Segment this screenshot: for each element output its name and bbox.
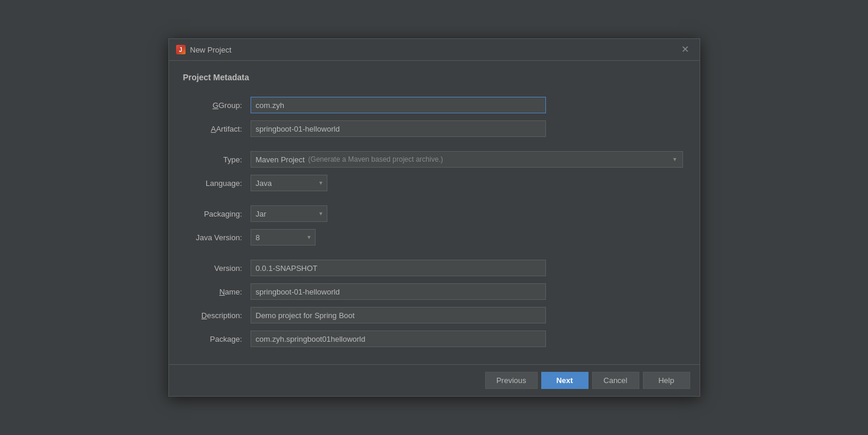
new-project-dialog: J New Project ✕ Project Metadata GGroup:… <box>168 38 700 397</box>
language-select-wrapper: Java <box>251 175 327 191</box>
description-label: Description: <box>183 305 248 325</box>
cancel-button[interactable]: Cancel <box>592 372 639 389</box>
java-version-label: Java Version: <box>183 227 248 247</box>
help-button[interactable]: Help <box>643 372 690 389</box>
type-row: Type: Maven Project (Generate a Maven ba… <box>183 149 685 169</box>
type-desc-text: (Generate a Maven based project archive.… <box>308 155 443 163</box>
group-input[interactable] <box>251 97 546 113</box>
package-row: Package: <box>183 329 685 349</box>
form-table: GGroup: AArtifact: Type: <box>183 91 685 352</box>
name-input[interactable] <box>251 283 546 300</box>
title-bar: J New Project ✕ <box>169 39 700 61</box>
name-input-cell <box>248 282 685 302</box>
title-bar-left: J New Project <box>176 45 232 54</box>
type-dropdown[interactable]: Maven Project (Generate a Maven based pr… <box>251 151 683 168</box>
spacer-2 <box>183 197 685 200</box>
java-version-input-cell: 8 <box>248 227 685 247</box>
app-icon: J <box>176 45 186 54</box>
artifact-row: AArtifact: <box>183 119 685 139</box>
artifact-label: AArtifact: <box>183 119 248 139</box>
language-row: Language: Java <box>183 173 685 193</box>
java-version-select-wrapper: 8 <box>251 229 316 246</box>
language-select[interactable]: Java <box>251 175 327 191</box>
dialog-title: New Project <box>190 45 232 54</box>
package-label: Package: <box>183 329 248 349</box>
type-dropdown-arrow: ▼ <box>672 156 678 162</box>
version-label: Version: <box>183 258 248 278</box>
description-input[interactable] <box>251 307 546 323</box>
group-label: GGroup: <box>183 95 248 115</box>
package-input-cell <box>248 329 685 349</box>
type-input-cell: Maven Project (Generate a Maven based pr… <box>248 149 685 169</box>
name-label: Name: <box>183 282 248 302</box>
language-label: Language: <box>183 173 248 193</box>
description-row: Description: <box>183 305 685 325</box>
spacer-1 <box>183 142 685 146</box>
group-row: GGroup: <box>183 95 685 115</box>
version-row: Version: <box>183 258 685 278</box>
spacer-3 <box>183 251 685 254</box>
artifact-input[interactable] <box>251 120 546 137</box>
java-version-select[interactable]: 8 <box>251 229 316 246</box>
dialog-footer: Previous Next Cancel Help <box>169 364 700 396</box>
packaging-select[interactable]: Jar <box>251 205 327 222</box>
packaging-row: Packaging: Jar <box>183 204 685 224</box>
package-input[interactable] <box>251 331 546 347</box>
packaging-select-wrapper: Jar <box>251 205 327 222</box>
version-input-cell <box>248 258 685 278</box>
java-version-row: Java Version: 8 <box>183 227 685 247</box>
name-row: Name: <box>183 282 685 302</box>
description-input-cell <box>248 305 685 325</box>
type-main-text: Maven Project <box>256 155 305 164</box>
packaging-input-cell: Jar <box>248 204 685 224</box>
group-input-cell <box>248 95 685 115</box>
section-title: Project Metadata <box>183 73 685 82</box>
next-button[interactable]: Next <box>541 372 589 389</box>
artifact-input-cell <box>248 119 685 139</box>
version-input[interactable] <box>251 260 546 276</box>
type-label: Type: <box>183 149 248 169</box>
packaging-label: Packaging: <box>183 204 248 224</box>
dialog-content: Project Metadata GGroup: AArtifact: <box>169 61 700 364</box>
close-button[interactable]: ✕ <box>678 44 693 55</box>
language-input-cell: Java <box>248 173 685 193</box>
previous-button[interactable]: Previous <box>485 372 538 389</box>
